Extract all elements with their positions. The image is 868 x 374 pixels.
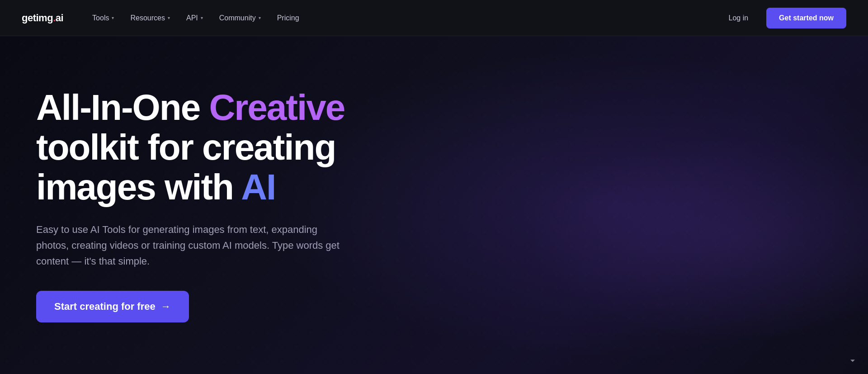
hero-title-creative: Creative <box>209 87 344 128</box>
resources-chevron-icon: ▾ <box>168 15 170 20</box>
logo-text-after: ai <box>56 12 63 24</box>
chevron-down-icon <box>848 356 857 365</box>
tools-chevron-icon: ▾ <box>112 15 114 20</box>
nav-tools-label: Tools <box>92 14 109 22</box>
start-creating-button[interactable]: Start creating for free → <box>36 291 189 322</box>
nav-community-label: Community <box>219 14 256 22</box>
hero-content: All-In-One Creative toolkit for creating… <box>36 88 443 323</box>
start-creating-label: Start creating for free <box>54 301 156 312</box>
nav-resources[interactable]: Resources ▾ <box>123 10 177 26</box>
logo-text-before: getimg <box>22 12 53 24</box>
login-label: Log in <box>729 14 749 22</box>
nav-tools[interactable]: Tools ▾ <box>85 10 121 26</box>
community-chevron-icon: ▾ <box>259 15 261 20</box>
scroll-indicator <box>848 356 857 367</box>
hero-title-part2: toolkit for creating images with <box>36 127 335 207</box>
hero-section: All-In-One Creative toolkit for creating… <box>0 36 868 374</box>
navbar: getimg.ai Tools ▾ Resources ▾ API ▾ Comm… <box>0 0 868 36</box>
hero-title: All-In-One Creative toolkit for creating… <box>36 88 443 207</box>
get-started-button[interactable]: Get started now <box>766 8 846 28</box>
nav-api[interactable]: API ▾ <box>179 10 210 26</box>
arrow-icon: → <box>161 301 171 312</box>
login-button[interactable]: Log in <box>722 10 756 26</box>
hero-subtitle: Easy to use AI Tools for generating imag… <box>36 222 353 270</box>
api-chevron-icon: ▾ <box>201 15 203 20</box>
get-started-label: Get started now <box>779 14 834 22</box>
nav-links: Tools ▾ Resources ▾ API ▾ Community ▾ Pr… <box>85 10 721 26</box>
nav-community[interactable]: Community ▾ <box>212 10 268 26</box>
nav-pricing-label: Pricing <box>277 14 299 22</box>
nav-resources-label: Resources <box>130 14 165 22</box>
nav-api-label: API <box>186 14 198 22</box>
hero-title-part1: All-In-One <box>36 87 209 128</box>
logo[interactable]: getimg.ai <box>22 12 63 24</box>
nav-pricing[interactable]: Pricing <box>270 10 307 26</box>
hero-title-ai: AI <box>241 167 275 207</box>
nav-right: Log in Get started now <box>722 8 847 28</box>
